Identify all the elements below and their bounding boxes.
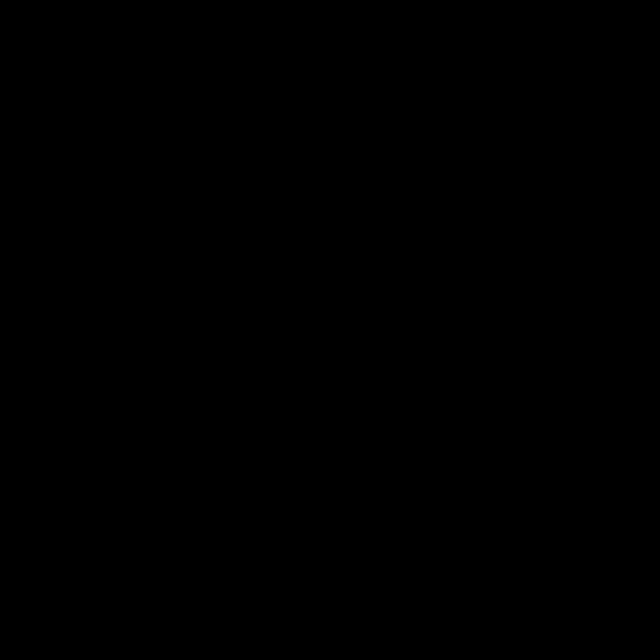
chart-frame bbox=[0, 0, 644, 644]
plot-area bbox=[24, 24, 620, 620]
chart-svg bbox=[24, 24, 620, 620]
gradient-background bbox=[24, 24, 620, 620]
